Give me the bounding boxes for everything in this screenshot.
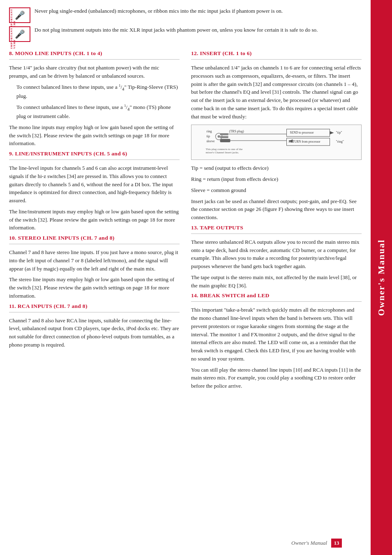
warning-icon-1: VERY IMPORTANT 🎤 — [9, 7, 30, 23]
footer-label: Owner's Manual — [291, 540, 327, 546]
svg-rect-6 — [220, 139, 231, 142]
svg-text:This plug connects to one of t: This plug connects to one of the — [206, 148, 243, 151]
divider-12 — [191, 59, 362, 60]
sec13-p1: These stereo unbalanced RCA outputs allo… — [191, 238, 362, 271]
footer: Owner's Manual 13 — [291, 539, 342, 548]
sec12-sleeve: Sleeve = common ground — [191, 186, 362, 194]
svg-text:ring: ring — [207, 130, 212, 133]
section-13-title: 13. TAPE OUTPUTS — [191, 224, 362, 231]
svg-point-18 — [218, 135, 220, 138]
sec8-p1: These 1/4" jacks share circuitry (but no… — [9, 64, 180, 80]
svg-text:sleeve: sleeve — [207, 139, 215, 143]
svg-text:"tip": "tip" — [336, 131, 342, 134]
section-11: 11. RCA INPUTS (CH. 7 and 8) Channel 7 a… — [9, 303, 180, 349]
divider-10 — [9, 244, 180, 244]
diagram-svg: ring tip sleeve (TRS plug) — [196, 127, 357, 156]
section-8-title: 8. MONO LINE INPUTS (CH. 1 to 4) — [9, 50, 180, 57]
warning-box-1: VERY IMPORTANT 🎤 Never plug single-ended… — [9, 7, 362, 23]
section-13: 13. TAPE OUTPUTS These stereo unbalanced… — [191, 224, 362, 290]
spine: Owner's Manual — [371, 0, 392, 555]
svg-text:RETURN from processor: RETURN from processor — [289, 140, 321, 143]
section-10-title: 10. STEREO LINE INPUTS (CH. 7 and 8) — [9, 235, 180, 241]
spine-text: Owner's Manual — [376, 239, 387, 316]
col-left: 8. MONO LINE INPUTS (CH. 1 to 4) These 1… — [9, 50, 180, 393]
section-10: 10. STEREO LINE INPUTS (CH. 7 and 8) Cha… — [9, 235, 180, 300]
svg-text:mixer's Channel Insert jacks.: mixer's Channel Insert jacks. — [206, 151, 239, 154]
svg-text:"ring": "ring" — [336, 140, 344, 143]
warning-icon-2: VERY IMPORTANT 🎤 — [9, 26, 30, 42]
main-content: VERY IMPORTANT 🎤 Never plug single-ended… — [0, 0, 371, 555]
sec14-p2: You can still play the stereo channel li… — [191, 366, 362, 390]
insert-diagram: ring tip sleeve (TRS plug) — [191, 125, 362, 160]
section-14-title: 14. BREAK SWITCH and LED — [191, 292, 362, 299]
col-right: 12. INSERT (CH. 1 to 6) These unbalanced… — [191, 50, 362, 393]
page-container: VERY IMPORTANT 🎤 Never plug single-ended… — [0, 0, 392, 555]
section-14: 14. BREAK SWITCH and LED This important … — [191, 292, 362, 390]
svg-text:(TRS plug): (TRS plug) — [229, 130, 244, 133]
sec12-insert-note: Insert jacks can be used as channel dire… — [191, 197, 362, 222]
sec10-p1: Channel 7 and 8 have stereo line inputs.… — [9, 248, 180, 273]
warning-text-1: Never plug single-ended (unbalanced) mic… — [35, 7, 283, 15]
sec10-p2: The stereo line inputs may employ high o… — [9, 275, 180, 300]
sec12-p1: These unbalanced 1/4" jacks on channels … — [191, 64, 362, 120]
sec11-p1: Channel 7 and 8 also have RCA line input… — [9, 317, 180, 349]
section-12-title: 12. INSERT (CH. 1 to 6) — [191, 50, 362, 57]
section-11-title: 11. RCA INPUTS (CH. 7 and 8) — [9, 303, 180, 310]
sec12-ring: Ring = return (input from effects device… — [191, 175, 362, 183]
two-col: 8. MONO LINE INPUTS (CH. 1 to 4) These 1… — [9, 50, 362, 393]
section-9-title: 9. LINE/INSTRUMENT INPUTS (CH. 5 and 6) — [9, 150, 180, 157]
section-9: 9. LINE/INSTRUMENT INPUTS (CH. 5 and 6) … — [9, 150, 180, 232]
svg-marker-11 — [330, 131, 334, 134]
page-number: 13 — [331, 539, 342, 548]
divider-8 — [9, 59, 180, 60]
sec12-tip: Tip = send (output to effects device) — [191, 164, 362, 172]
divider-13 — [191, 234, 362, 234]
divider-11 — [9, 312, 180, 312]
warning-text-2: Do not plug instrument outputs into the … — [35, 26, 318, 34]
svg-rect-5 — [220, 136, 228, 138]
section-12: 12. INSERT (CH. 1 to 6) These unbalanced… — [191, 50, 362, 222]
sec14-p1: This important "take-a-break" switch qui… — [191, 306, 362, 363]
divider-14 — [191, 301, 362, 302]
sec9-p1: The line-level inputs for channels 5 and… — [9, 164, 180, 205]
svg-text:tip: tip — [207, 134, 210, 138]
warning-boxes: VERY IMPORTANT 🎤 Never plug single-ended… — [9, 7, 362, 42]
svg-text:SEND to processor: SEND to processor — [290, 131, 314, 134]
sec8-p4: The mono line inputs may employ high or … — [9, 123, 180, 148]
sec8-p3: To connect unbalanced lines to these inp… — [16, 103, 180, 120]
sec9-p2: The line/instrument inputs may employ hi… — [9, 208, 180, 232]
divider-9 — [9, 160, 180, 160]
section-8: 8. MONO LINE INPUTS (CH. 1 to 4) These 1… — [9, 50, 180, 148]
warning-box-2: VERY IMPORTANT 🎤 Do not plug instrument … — [9, 26, 362, 42]
sec8-p2: To connect balanced lines to these input… — [16, 83, 180, 100]
sec13-p2: The tape output is the stereo main mix, … — [191, 273, 362, 290]
